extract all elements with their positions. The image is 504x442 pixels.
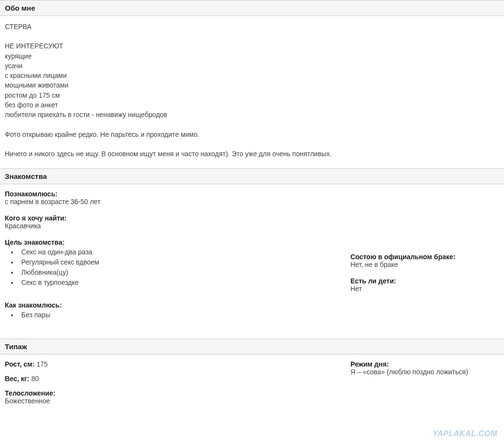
about-line: с красными лицами: [5, 71, 499, 80]
meet-label: Познакомлюсь:: [5, 190, 331, 198]
type-left-col: Рост, см: 175 Вес, кг: 80 Телосложение: …: [5, 360, 331, 412]
regime-field: Режим дня: Я – «сова» (люблю поздно ложи…: [350, 360, 499, 376]
meet-value: с парнем в возрасте 36-50 лет: [5, 198, 331, 206]
type-right-col: Режим дня: Я – «сова» (люблю поздно ложи…: [350, 360, 499, 412]
weight-field: Вес, кг: 80: [5, 375, 331, 383]
children-value: Нет: [350, 285, 499, 293]
about-line: любители приехать в гости - ненавижу нищ…: [5, 110, 499, 119]
marriage-value: Нет, не в браке: [350, 261, 499, 268]
dating-body: Познакомлюсь: с парнем в возрасте 36-50 …: [0, 184, 504, 339]
how-field: Как знакомлюсь: Без пары: [5, 301, 331, 320]
purpose-field: Цель знакомства: Секс на один-два раза Р…: [5, 238, 331, 288]
about-line: без фото и анкет: [5, 100, 499, 110]
want-field: Кого я хочу найти: Красавчика: [5, 214, 331, 230]
type-body: Рост, см: 175 Вес, кг: 80 Телосложение: …: [0, 354, 504, 421]
dating-right-col: Состою в официальном браке: Нет, не в бр…: [350, 190, 499, 329]
about-body: СТЕРВА НЕ ИНТЕРЕСУЮТ курящие усачи с кра…: [0, 16, 504, 168]
want-label: Кого я хочу найти:: [5, 214, 331, 222]
children-field: Есть ли дети: Нет: [350, 277, 499, 293]
marriage-label: Состою в официальном браке:: [350, 253, 499, 261]
about-line: усачи: [5, 61, 499, 71]
purpose-list: Секс на один-два раза Регулярный секс вд…: [5, 247, 331, 288]
weight-label: Вес, кг:: [5, 375, 29, 383]
about-line: НЕ ИНТЕРЕСУЮТ: [5, 41, 499, 51]
how-label: Как знакомлюсь:: [5, 301, 331, 309]
height-label: Рост, см:: [5, 360, 35, 368]
list-item: Секс на один-два раза: [18, 247, 331, 257]
dating-left-col: Познакомлюсь: с парнем в возрасте 36-50 …: [5, 190, 331, 329]
about-line: ростом до 175 см: [5, 90, 499, 100]
meet-field: Познакомлюсь: с парнем в возрасте 36-50 …: [5, 190, 331, 206]
body-value: Божественное: [5, 397, 331, 405]
weight-value: 80: [31, 375, 39, 383]
want-value: Красавчика: [5, 222, 331, 230]
type-header: Типаж: [0, 339, 504, 354]
regime-value: Я – «сова» (люблю поздно ложиться): [350, 368, 499, 376]
about-text: СТЕРВА НЕ ИНТЕРЕСУЮТ курящие усачи с кра…: [5, 22, 499, 159]
about-line: Фото открываю крайне редко. Не парьтесь …: [5, 130, 499, 139]
list-item: Регулярный секс вдвоем: [18, 257, 331, 267]
dating-header: Знакомства: [0, 168, 504, 184]
height-value: 175: [36, 360, 47, 368]
list-item: Секс в турпоездке: [18, 278, 331, 288]
about-line: курящие: [5, 51, 499, 61]
list-item: Без пары: [18, 310, 331, 320]
body-label: Телосложение:: [5, 389, 331, 397]
children-label: Есть ли дети:: [350, 277, 499, 285]
purpose-label: Цель знакомства:: [5, 238, 331, 246]
how-list: Без пары: [5, 310, 331, 320]
marriage-field: Состою в официальном браке: Нет, не в бр…: [350, 253, 499, 268]
regime-label: Режим дня:: [350, 360, 499, 368]
about-line: СТЕРВА: [5, 22, 499, 31]
about-header: Обо мне: [0, 0, 504, 16]
about-line: мощными животами: [5, 80, 499, 90]
body-field: Телосложение: Божественное: [5, 389, 331, 405]
list-item: Любовника(цу): [18, 267, 331, 278]
about-line: Ничего и никого здесь не ищу. В основном…: [5, 149, 499, 159]
height-field: Рост, см: 175: [5, 360, 331, 368]
